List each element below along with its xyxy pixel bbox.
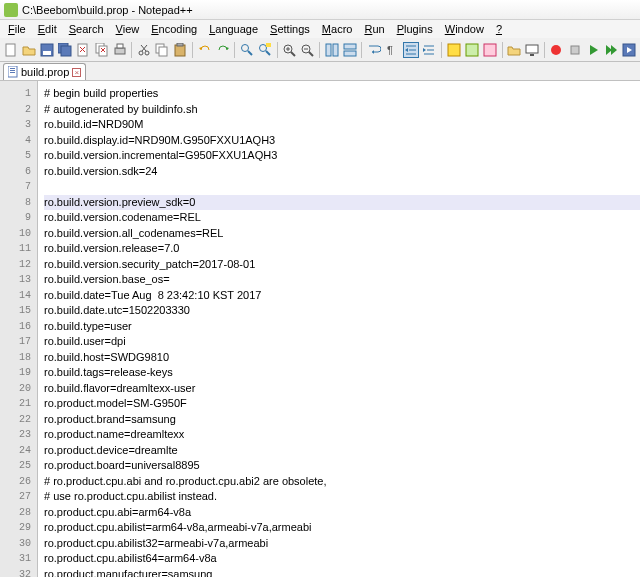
menu-settings[interactable]: Settings <box>264 23 316 35</box>
window-title: C:\Beebom\build.prop - Notepad++ <box>22 4 193 16</box>
tab-close-icon[interactable]: × <box>72 68 81 77</box>
svg-rect-19 <box>159 47 167 56</box>
file-icon <box>8 66 18 78</box>
indent-icon[interactable] <box>403 42 419 58</box>
new-icon[interactable] <box>3 42 18 58</box>
tab-buildprop[interactable]: build.prop × <box>3 63 86 80</box>
menu-window[interactable]: Window <box>439 23 490 35</box>
stop-icon[interactable] <box>567 42 582 58</box>
svg-line-16 <box>142 45 147 51</box>
svg-point-24 <box>260 44 267 51</box>
svg-line-25 <box>266 51 270 55</box>
line-number: 26 <box>0 474 31 490</box>
open-icon[interactable] <box>21 42 36 58</box>
svg-line-23 <box>248 51 252 55</box>
cut-icon[interactable] <box>136 42 151 58</box>
code-line <box>44 179 640 195</box>
code-area[interactable]: # begin build properties# autogenerated … <box>38 81 640 577</box>
svg-rect-26 <box>266 43 271 47</box>
svg-rect-9 <box>99 46 107 56</box>
line-number: 3 <box>0 117 31 133</box>
line-number: 28 <box>0 505 31 521</box>
menu-file[interactable]: File <box>2 23 32 35</box>
code-line: ro.product.device=dreamlte <box>44 443 640 459</box>
menu-view[interactable]: View <box>110 23 146 35</box>
line-number: 27 <box>0 489 31 505</box>
menu-edit[interactable]: Edit <box>32 23 63 35</box>
zoomout-icon[interactable] <box>300 42 315 58</box>
zoomin-icon[interactable] <box>282 42 297 58</box>
code-line: ro.product.manufacturer=samsung <box>44 567 640 578</box>
svg-rect-2 <box>43 51 51 55</box>
code-line: ro.product.name=dreamltexx <box>44 427 640 443</box>
menu-plugins[interactable]: Plugins <box>391 23 439 35</box>
playmulti-icon[interactable] <box>603 42 618 58</box>
funclist-icon[interactable] <box>482 42 497 58</box>
closeall-icon[interactable] <box>94 42 109 58</box>
svg-rect-34 <box>326 44 331 56</box>
menu-run[interactable]: Run <box>358 23 390 35</box>
wordwrap-icon[interactable] <box>366 42 381 58</box>
paste-icon[interactable] <box>173 42 188 58</box>
sync-h-icon[interactable] <box>342 42 357 58</box>
allchars-icon[interactable]: ¶ <box>385 42 400 58</box>
outdent-icon[interactable] <box>422 42 437 58</box>
record-icon[interactable] <box>549 42 564 58</box>
replace-icon[interactable] <box>258 42 273 58</box>
svg-rect-4 <box>61 46 71 56</box>
line-number: 20 <box>0 381 31 397</box>
svg-rect-13 <box>117 44 123 48</box>
sync-v-icon[interactable] <box>324 42 339 58</box>
menu-language[interactable]: Language <box>203 23 264 35</box>
folder-icon[interactable] <box>507 42 522 58</box>
monitor-icon[interactable] <box>525 42 540 58</box>
find-icon[interactable] <box>239 42 254 58</box>
copy-icon[interactable] <box>155 42 170 58</box>
line-number: 5 <box>0 148 31 164</box>
line-number: 32 <box>0 567 31 578</box>
line-number: 13 <box>0 272 31 288</box>
line-number: 7 <box>0 179 31 195</box>
line-numbers: 1234567891011121314151617181920212223242… <box>0 81 38 577</box>
menubar: FileEditSearchViewEncodingLanguageSettin… <box>0 20 640 38</box>
svg-rect-0 <box>6 44 15 56</box>
editor: 1234567891011121314151617181920212223242… <box>0 81 640 577</box>
savemacro-icon[interactable] <box>622 42 637 58</box>
undo-icon[interactable] <box>197 42 212 58</box>
code-line: ro.product.model=SM-G950F <box>44 396 640 412</box>
line-number: 24 <box>0 443 31 459</box>
menu-search[interactable]: Search <box>63 23 110 35</box>
svg-rect-55 <box>10 70 15 71</box>
code-line: ro.build.version.all_codenames=REL <box>44 226 640 242</box>
svg-point-15 <box>145 51 149 55</box>
line-number: 18 <box>0 350 31 366</box>
code-line: ro.product.board=universal8895 <box>44 458 640 474</box>
saveall-icon[interactable] <box>58 42 73 58</box>
redo-icon[interactable] <box>215 42 230 58</box>
udl-icon[interactable] <box>446 42 461 58</box>
code-line: ro.build.version.security_patch=2017-08-… <box>44 257 640 273</box>
menu-encoding[interactable]: Encoding <box>145 23 203 35</box>
svg-point-50 <box>551 45 561 55</box>
menu-help[interactable]: ? <box>490 23 508 35</box>
svg-rect-37 <box>344 51 356 56</box>
code-line: ro.product.cpu.abilist=arm64-v8a,armeabi… <box>44 520 640 536</box>
print-icon[interactable] <box>112 42 127 58</box>
line-number: 8 <box>0 195 31 211</box>
menu-macro[interactable]: Macro <box>316 23 359 35</box>
code-line: ro.product.cpu.abilist64=arm64-v8a <box>44 551 640 567</box>
save-icon[interactable] <box>39 42 54 58</box>
line-number: 29 <box>0 520 31 536</box>
line-number: 12 <box>0 257 31 273</box>
line-number: 2 <box>0 102 31 118</box>
svg-rect-47 <box>484 44 496 56</box>
line-number: 16 <box>0 319 31 335</box>
tabstrip: build.prop × <box>0 62 640 81</box>
line-number: 19 <box>0 365 31 381</box>
line-number: 17 <box>0 334 31 350</box>
code-line: # use ro.product.cpu.abilist instead. <box>44 489 640 505</box>
docmap-icon[interactable] <box>464 42 479 58</box>
play-icon[interactable] <box>585 42 600 58</box>
close-icon[interactable] <box>76 42 91 58</box>
tab-label: build.prop <box>21 66 69 78</box>
